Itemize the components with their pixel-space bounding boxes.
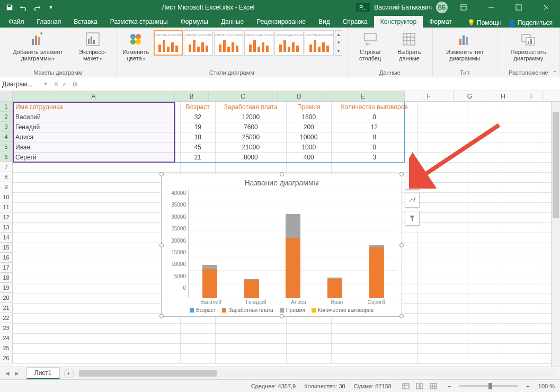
row-header[interactable]: 3 — [0, 122, 13, 132]
chart-filters-button[interactable] — [405, 211, 420, 226]
redo-icon[interactable] — [32, 2, 42, 13]
row-header[interactable]: 7 — [0, 162, 13, 172]
style-gallery-more[interactable]: ▲▼▾ — [335, 30, 342, 56]
row-header[interactable]: 6 — [0, 152, 13, 162]
change-chart-type-button[interactable]: Изменить тип диаграммы — [437, 30, 493, 63]
row-header[interactable]: 4 — [0, 132, 13, 142]
tab-formulas[interactable]: Формулы — [174, 16, 215, 28]
change-colors-button[interactable]: Изменить цвета — [121, 30, 152, 63]
row-header[interactable]: 19 — [0, 283, 13, 293]
row-header[interactable]: 2 — [0, 112, 13, 122]
tab-help[interactable]: Справка — [336, 16, 374, 28]
enter-formula-icon[interactable]: ✓ — [62, 81, 67, 88]
chart-style-1[interactable]: НАЗВАНИЕ ДИАГРАММЫ — [154, 30, 183, 56]
column-header[interactable]: H — [486, 91, 520, 101]
collapse-ribbon-icon[interactable]: ⌃ — [553, 70, 557, 76]
minimize-button[interactable] — [479, 0, 503, 15]
quick-layout-button[interactable]: Экспресс-макет — [74, 30, 112, 63]
resize-handle[interactable] — [159, 172, 164, 176]
name-box[interactable]: Диаграм... ▼ — [0, 77, 50, 91]
row-header[interactable]: 26 — [0, 353, 13, 363]
normal-view-button[interactable] — [400, 381, 412, 391]
chart-legend[interactable]: ВозрастЗаработная платаПремияКоличество … — [166, 305, 397, 314]
switch-row-column-button[interactable]: Строка/ столбец — [352, 30, 388, 63]
maximize-button[interactable] — [507, 0, 530, 15]
tab-insert[interactable]: Вставка — [67, 16, 104, 28]
row-header[interactable]: 11 — [0, 202, 13, 212]
cells-area[interactable]: Имя сотрудникаВозрастЗаработная платаПре… — [13, 102, 560, 367]
horizontal-scrollbar[interactable] — [79, 370, 555, 377]
row-header[interactable]: 15 — [0, 243, 13, 253]
tab-data[interactable]: Данные — [215, 16, 250, 28]
row-header[interactable]: 20 — [0, 293, 13, 303]
account-switch[interactable]: Р... — [356, 3, 370, 12]
row-header[interactable]: 1 — [0, 102, 13, 112]
resize-handle[interactable] — [159, 314, 164, 318]
row-header[interactable]: 25 — [0, 343, 13, 353]
add-sheet-button[interactable]: + — [64, 369, 74, 378]
chart-styles-button[interactable] — [405, 193, 420, 208]
page-break-view-button[interactable] — [428, 381, 439, 391]
user-name[interactable]: Василий Батькавич — [374, 4, 432, 11]
chart-style-2[interactable]: НАЗВАНИЕ ДИАГРАММЫ — [184, 30, 213, 56]
zoom-slider[interactable] — [459, 385, 518, 387]
tab-review[interactable]: Рецензирование — [250, 16, 312, 28]
row-header[interactable]: 14 — [0, 233, 13, 243]
ribbon-display-options-icon[interactable] — [452, 0, 475, 15]
column-header[interactable]: C — [209, 91, 278, 101]
tab-home[interactable]: Главная — [31, 16, 68, 28]
row-header[interactable]: 10 — [0, 192, 13, 202]
column-header[interactable]: D — [278, 91, 321, 101]
row-header[interactable]: 17 — [0, 263, 13, 273]
tab-file[interactable]: Файл — [2, 16, 31, 28]
resize-handle[interactable] — [399, 172, 404, 176]
zoom-level[interactable]: 100 % — [538, 383, 555, 389]
zoom-in-button[interactable]: + — [526, 383, 529, 389]
row-header[interactable]: 8 — [0, 172, 13, 182]
save-icon[interactable] — [4, 2, 15, 13]
embedded-chart[interactable]: Название диаграммы 400003500030000250002… — [161, 174, 402, 317]
row-header[interactable]: 9 — [0, 182, 13, 192]
tab-page-layout[interactable]: Разметка страницы — [104, 16, 174, 28]
tell-me-button[interactable]: 💡Помощн — [465, 18, 504, 28]
chart-title[interactable]: Название диаграммы — [166, 177, 397, 190]
row-header[interactable]: 13 — [0, 222, 13, 233]
column-header[interactable]: B — [175, 91, 209, 101]
chart-style-6[interactable]: НАЗВАНИЕ ДИАГРАММЫ — [305, 30, 334, 56]
zoom-out-button[interactable]: − — [448, 383, 451, 389]
tab-view[interactable]: Вид — [312, 16, 336, 28]
chart-style-5[interactable]: НАЗВАНИЕ ДИАГРАММЫ — [274, 30, 304, 56]
user-avatar[interactable]: ВБ — [436, 2, 448, 13]
row-header[interactable]: 24 — [0, 333, 13, 343]
resize-handle[interactable] — [399, 314, 404, 318]
sheet-nav[interactable]: ◄► — [0, 370, 24, 377]
resize-handle[interactable] — [399, 243, 404, 247]
tab-format[interactable]: Формат — [423, 16, 458, 28]
undo-icon[interactable] — [18, 2, 29, 13]
row-header[interactable]: 22 — [0, 313, 13, 323]
resize-handle[interactable] — [159, 243, 164, 247]
row-header[interactable]: 23 — [0, 323, 13, 333]
tab-design[interactable]: Конструктор — [374, 16, 423, 28]
select-all-corner[interactable] — [0, 91, 13, 101]
row-header[interactable]: 12 — [0, 212, 13, 222]
column-header[interactable]: I — [520, 91, 543, 101]
share-button[interactable]: 👤Поделиться — [506, 18, 555, 28]
row-header[interactable]: 18 — [0, 273, 13, 283]
row-header[interactable]: 16 — [0, 253, 13, 263]
chart-style-3[interactable]: НАЗВАНИЕ ДИАГРАММЫ — [214, 30, 243, 56]
row-header[interactable]: 5 — [0, 142, 13, 152]
chart-elements-button[interactable] — [405, 175, 420, 190]
column-header[interactable]: G — [454, 91, 486, 101]
resize-handle[interactable] — [280, 314, 284, 318]
cancel-formula-icon[interactable]: ✕ — [54, 81, 59, 88]
add-chart-element-button[interactable]: Добавить элемент диаграммы — [4, 30, 72, 63]
resize-handle[interactable] — [280, 172, 284, 176]
chart-style-4[interactable]: НАЗВАНИЕ ДИАГРАММЫ — [244, 30, 273, 56]
page-layout-view-button[interactable] — [414, 381, 425, 391]
qat-customize-icon[interactable]: ▼ — [46, 2, 56, 13]
sheet-tab-1[interactable]: Лист1 — [26, 367, 60, 379]
move-chart-button[interactable]: Переместить диаграмму — [502, 30, 555, 63]
row-header[interactable]: 21 — [0, 303, 13, 313]
vertical-scrollbar[interactable] — [551, 102, 560, 367]
